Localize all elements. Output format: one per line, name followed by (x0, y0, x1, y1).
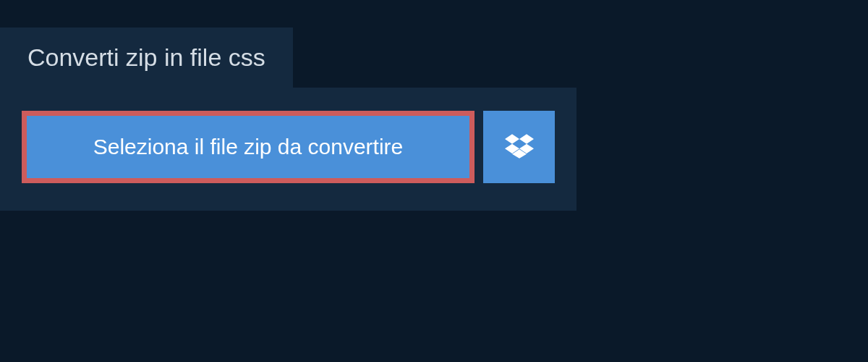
button-row: Seleziona il file zip da convertire (22, 111, 555, 183)
dropbox-button[interactable] (483, 111, 555, 183)
select-file-label: Seleziona il file zip da convertire (93, 135, 404, 159)
tab-title: Converti zip in file css (27, 43, 265, 72)
dropbox-icon (505, 132, 534, 163)
content-panel: Seleziona il file zip da convertire (0, 88, 576, 211)
tab-header: Converti zip in file css (0, 28, 293, 88)
select-file-button[interactable]: Seleziona il file zip da convertire (22, 111, 475, 183)
